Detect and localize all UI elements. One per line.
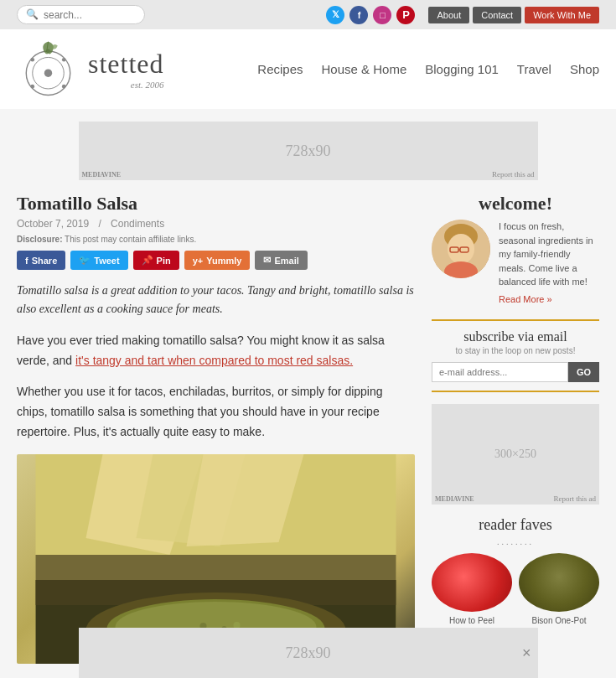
article-intro: Tomatillo salsa is a great addition to y…: [17, 282, 415, 319]
svg-point-2: [44, 70, 52, 77]
pinterest-icon[interactable]: P: [396, 6, 415, 24]
top-nav-buttons: About Contact Work With Me: [428, 7, 599, 23]
welcome-title: welcome!: [432, 193, 599, 215]
fave-item-1[interactable]: How to Peel: [432, 553, 512, 626]
about-button[interactable]: About: [428, 7, 469, 23]
welcome-text: I focus on fresh, seasonal ingredients i…: [499, 221, 593, 287]
share-bar: f Share 🐦 Tweet 📌 Pin y+ Yummly ✉ Email: [17, 251, 415, 270]
top-ad-container: 728x90 MEDIAVINE Report this ad: [0, 109, 616, 193]
main-layout: Tomatillo Salsa October 7, 2019 / Condim…: [0, 193, 616, 678]
sidebar-ad-report[interactable]: Report this ad: [554, 494, 597, 503]
sidebar-ad-size: 300×250: [494, 448, 536, 461]
welcome-readmore-link[interactable]: Read More »: [499, 292, 599, 307]
instagram-icon[interactable]: □: [373, 6, 391, 24]
top-bar: 🔍 𝕏 f □ P About Contact Work With Me: [0, 0, 616, 29]
bottom-ad-overlay: 728x90 ×: [79, 628, 538, 678]
share-twitter-button[interactable]: 🐦 Tweet: [70, 251, 127, 270]
article-area: Tomatillo Salsa October 7, 2019 / Condim…: [17, 193, 415, 664]
main-nav: Recipes House & Home Blogging 101 Travel…: [257, 62, 599, 76]
disclosure-text: This post may contain affiliate links.: [65, 235, 196, 244]
article-body-p1: Have you ever tried making tomatillo sal…: [17, 331, 415, 371]
welcome-avatar: [432, 220, 490, 278]
reader-faves: reader faves ........ How to Peel Bison …: [432, 516, 599, 626]
contact-button[interactable]: Contact: [473, 7, 521, 23]
subscribe-go-button[interactable]: GO: [568, 362, 599, 382]
disclosure-label: Disclosure:: [17, 235, 62, 244]
svg-point-5: [62, 85, 66, 89]
fave-item-2[interactable]: Bison One-Pot: [519, 553, 599, 626]
subscribe-box: subscribe via email to stay in the loop …: [432, 319, 599, 392]
disclosure-bar: Disclosure: This post may contain affili…: [17, 235, 415, 244]
reader-faves-title: reader faves: [432, 516, 599, 534]
site-logo-icon[interactable]: [17, 38, 80, 101]
faves-grid: How to Peel Bison One-Pot: [432, 553, 599, 626]
top-ad-report[interactable]: Report this ad: [492, 170, 535, 179]
share-pinterest-button[interactable]: 📌 Pin: [133, 251, 179, 270]
article-date: October 7, 2019: [17, 218, 89, 230]
site-header: stetted est. 2006 Recipes House & Home B…: [0, 29, 616, 109]
share-email-button[interactable]: ✉ Email: [255, 251, 307, 270]
fave-label-1: How to Peel: [432, 615, 512, 626]
article-meta: October 7, 2019 / Condiments: [17, 218, 415, 230]
share-yummly-button[interactable]: y+ Yummly: [184, 251, 251, 270]
article-link-tangy[interactable]: it's tangy and tart when compared to mos…: [75, 354, 353, 367]
article-body-p2: Whether you use it for tacos, enchiladas…: [17, 382, 415, 442]
site-name[interactable]: stetted: [88, 49, 164, 80]
work-with-me-button[interactable]: Work With Me: [525, 7, 599, 23]
social-icons: 𝕏 f □ P: [326, 6, 415, 24]
fave-label-2: Bison One-Pot: [519, 615, 599, 626]
welcome-text-block: I focus on fresh, seasonal ingredients i…: [499, 220, 599, 306]
article-body: Have you ever tried making tomatillo sal…: [17, 331, 415, 443]
nav-recipes[interactable]: Recipes: [257, 62, 303, 76]
logo-area: stetted est. 2006: [17, 38, 164, 101]
svg-point-4: [62, 58, 66, 62]
logo-text-area: stetted est. 2006: [88, 49, 164, 90]
bottom-ad-size: 728x90: [286, 644, 331, 662]
sidebar: welcome! I focus on fre: [432, 193, 599, 664]
sidebar-ad-mediavine: MEDIAVINE: [435, 495, 474, 503]
nav-travel[interactable]: Travel: [517, 62, 551, 76]
search-icon: 🔍: [26, 8, 39, 21]
nav-house-home[interactable]: House & Home: [322, 62, 407, 76]
subscribe-title: subscribe via email: [432, 329, 599, 344]
top-ad-banner: 728x90 MEDIAVINE Report this ad: [79, 122, 538, 180]
welcome-box: welcome! I focus on fre: [432, 193, 599, 306]
svg-point-25: [448, 234, 474, 264]
top-right-bar: 𝕏 f □ P About Contact Work With Me: [326, 6, 599, 24]
article-category[interactable]: Condiments: [111, 218, 164, 230]
fave-image-1: [432, 553, 512, 612]
sidebar-ad: 300×250 MEDIAVINE Report this ad: [432, 404, 599, 505]
subscribe-form: GO: [432, 362, 599, 382]
facebook-icon[interactable]: f: [349, 6, 368, 24]
svg-point-7: [30, 58, 34, 62]
subscribe-sub: to stay in the loop on new posts!: [432, 346, 599, 355]
subscribe-email-input[interactable]: [432, 362, 568, 382]
search-input[interactable]: [44, 9, 136, 21]
article-title: Tomatillo Salsa: [17, 193, 415, 215]
fave-image-2: [519, 553, 599, 612]
nav-shop[interactable]: Shop: [570, 62, 599, 76]
twitter-icon[interactable]: 𝕏: [326, 6, 344, 24]
close-bottom-ad-button[interactable]: ×: [522, 644, 531, 662]
search-box[interactable]: 🔍: [17, 5, 145, 24]
faves-dots: ........: [432, 537, 599, 546]
nav-blogging[interactable]: Blogging 101: [425, 62, 499, 76]
share-facebook-button[interactable]: f Share: [17, 251, 65, 270]
top-ad-mediavine: MEDIAVINE: [82, 171, 122, 179]
svg-point-6: [30, 85, 34, 89]
top-ad-size: 728x90: [286, 142, 331, 160]
site-est: est. 2006: [88, 80, 164, 90]
